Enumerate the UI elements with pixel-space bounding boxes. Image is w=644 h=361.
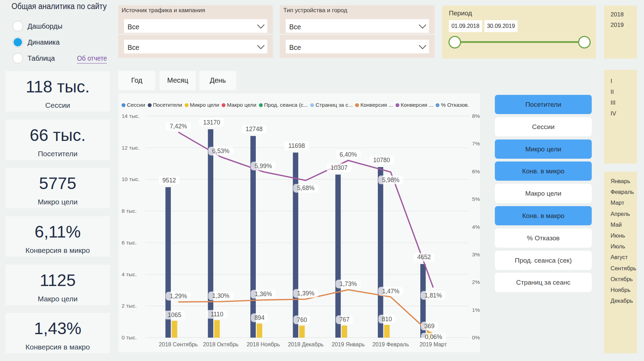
svg-text:0 тыс.: 0 тыс. [122,334,137,340]
svg-text:13170: 13170 [203,119,220,126]
svg-text:1,39%: 1,39% [297,290,315,297]
svg-text:2019 Январь: 2019 Январь [332,341,365,347]
svg-text:5,68%: 5,68% [297,185,315,191]
svg-text:2018 Октябрь: 2018 Октябрь [203,341,239,347]
svg-text:2 тыс.: 2 тыс. [122,303,137,309]
svg-text:7,42%: 7,42% [170,123,187,130]
svg-text:14 тыс.: 14 тыс. [122,113,140,119]
svg-text:2019 Февраль: 2019 Февраль [373,341,409,347]
svg-text:5%: 5% [472,196,480,202]
svg-text:6 тыс.: 6 тыс. [122,240,137,246]
svg-text:6,53%: 6,53% [212,148,230,155]
svg-text:1,29%: 1,29% [170,293,187,300]
svg-text:760: 760 [297,316,307,323]
svg-text:1,81%: 1,81% [424,292,442,299]
svg-text:0%: 0% [472,334,480,340]
svg-text:1,30%: 1,30% [212,292,230,299]
svg-text:5,99%: 5,99% [255,163,272,170]
svg-text:8%: 8% [472,113,480,119]
svg-text:8 тыс.: 8 тыс. [122,208,137,214]
svg-text:6,40%: 6,40% [339,151,357,158]
svg-text:9512: 9512 [162,177,176,184]
svg-text:4652: 4652 [417,254,431,261]
svg-text:6%: 6% [472,168,480,174]
svg-text:1,47%: 1,47% [382,288,399,295]
svg-text:12748: 12748 [246,126,263,133]
svg-text:10 тыс.: 10 тыс. [122,176,140,182]
svg-text:2018 Ноябрь: 2018 Ноябрь [247,341,280,347]
svg-text:10307: 10307 [331,164,348,171]
svg-text:2018 Сентябрь: 2018 Сентябрь [159,341,198,347]
svg-text:4 тыс.: 4 тыс. [122,271,137,277]
svg-text:3%: 3% [472,251,480,257]
svg-text:2019 Март: 2019 Март [420,341,447,347]
svg-text:810: 810 [382,316,392,323]
svg-text:5,98%: 5,98% [382,176,399,183]
svg-text:0,06%: 0,06% [425,333,442,340]
svg-text:12 тыс.: 12 тыс. [122,145,140,151]
svg-text:894: 894 [254,314,264,321]
svg-text:1,73%: 1,73% [339,280,357,287]
svg-text:2%: 2% [472,279,480,285]
svg-text:10780: 10780 [373,157,390,164]
svg-text:2018 Декабрь: 2018 Декабрь [288,341,323,347]
svg-text:767: 767 [339,316,350,323]
svg-text:11698: 11698 [289,142,305,149]
svg-text:7%: 7% [472,141,480,146]
svg-text:369: 369 [424,323,434,330]
svg-text:1110: 1110 [210,311,223,318]
svg-text:1%: 1% [472,307,480,313]
svg-text:4%: 4% [472,224,480,230]
svg-text:1065: 1065 [168,311,181,318]
svg-text:1,36%: 1,36% [255,291,272,298]
